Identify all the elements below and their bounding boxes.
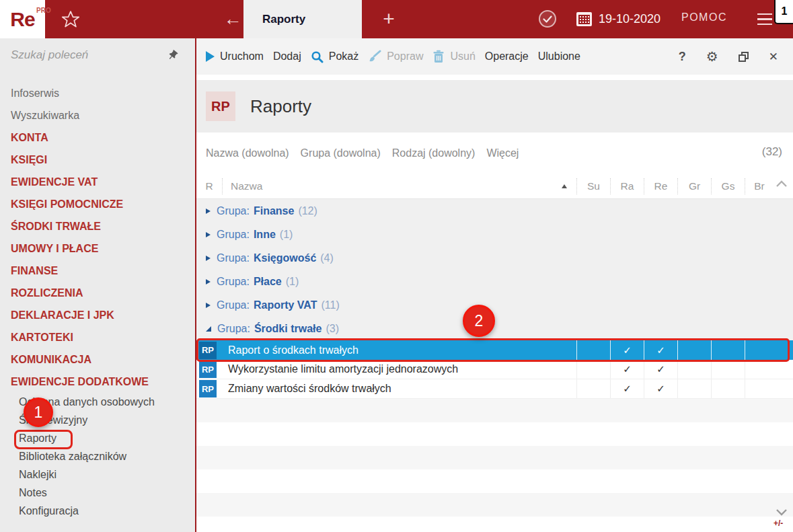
sidebar: Szukaj poleceń Infoserwis Wyszukiwarka K… xyxy=(0,38,195,532)
add-button[interactable]: Dodaj xyxy=(273,50,301,63)
sidebar-item-deklaracje-i-jpk[interactable]: DEKLARACJE I JPK xyxy=(0,304,195,326)
report-name: Raport o środkach trwałych xyxy=(222,344,576,356)
play-icon xyxy=(206,51,215,62)
filter-name[interactable]: Nazwa (dowolna) xyxy=(206,147,289,159)
favorite-star-icon[interactable] xyxy=(61,9,81,30)
table-row[interactable]: RP Zmiany wartości środków trwałych ✓ ✓ xyxy=(196,379,793,399)
logo-text: RePRO xyxy=(10,8,34,31)
edit-label: Popraw xyxy=(387,50,423,63)
app-window: RePRO ← Raporty + 19-10-2020 POMOC 1 Szu… xyxy=(0,0,793,532)
sidebar-item-ewidencje-dodatkowe[interactable]: EWIDENCJE DODATKOWE xyxy=(0,371,195,393)
command-search[interactable]: Szukaj poleceń xyxy=(0,38,195,74)
report-list: Grupa:Finanse(12) Grupa:Inne(1) Grupa:Ks… xyxy=(196,199,793,532)
collapsed-triangle-icon xyxy=(206,256,211,261)
sidebar-item-kartoteki[interactable]: KARTOTEKI xyxy=(0,326,195,348)
group-prefix: Grupa: xyxy=(217,252,250,264)
tab-raporty[interactable]: Raporty xyxy=(243,0,362,38)
edit-button[interactable]: Popraw xyxy=(368,50,423,63)
gear-icon[interactable]: ⚙ xyxy=(706,48,718,65)
table-row[interactable]: RP Wykorzystanie limitu amortyzacji jedn… xyxy=(196,360,793,379)
group-name: Finanse xyxy=(254,205,294,217)
group-row-ksiegowosc[interactable]: Grupa:Księgowość(4) xyxy=(196,246,793,270)
sidebar-item-biblioteka-zalacznikow[interactable]: Biblioteka załączników xyxy=(0,447,195,465)
scroll-down-icon[interactable] xyxy=(775,507,788,517)
sidebar-item-infoserwis[interactable]: Infoserwis xyxy=(0,82,195,104)
close-icon[interactable]: ✕ xyxy=(769,50,778,64)
favorites-button[interactable]: Ulubione xyxy=(538,50,580,63)
run-button[interactable]: Uruchom xyxy=(206,50,264,63)
expand-collapse-all-control[interactable]: +/- xyxy=(773,519,783,528)
show-button[interactable]: Pokaż xyxy=(311,50,358,63)
page-title: Raporty xyxy=(250,96,311,117)
sidebar-item-rozliczenia[interactable]: ROZLICZENIA xyxy=(0,282,195,304)
cell-gs xyxy=(711,379,745,398)
back-arrow-icon[interactable]: ← xyxy=(221,6,245,32)
cell-ra-check: ✓ xyxy=(610,340,644,360)
scroll-up-icon[interactable] xyxy=(775,180,788,189)
sidebar-item-umowy-i-place[interactable]: UMOWY I PŁACE xyxy=(0,237,195,260)
sidebar-item-notes[interactable]: Notes xyxy=(0,484,195,502)
column-header-re[interactable]: Re xyxy=(644,178,677,194)
column-header-gs[interactable]: Gs xyxy=(711,178,745,194)
group-count: (12) xyxy=(298,205,317,217)
sidebar-item-naklejki[interactable]: Naklejki xyxy=(0,465,195,484)
brush-icon xyxy=(368,50,381,63)
help-icon[interactable]: ? xyxy=(679,50,686,64)
table-header: R Nazwa Su Ra Re Gr Gs Br xyxy=(196,174,793,199)
restore-window-icon[interactable] xyxy=(739,52,749,62)
hamburger-menu-icon[interactable] xyxy=(757,13,772,25)
app-logo[interactable]: RePRO xyxy=(0,0,45,38)
sidebar-item-ksiegi[interactable]: KSIĘGI xyxy=(0,149,195,171)
column-header-nazwa-label: Nazwa xyxy=(231,180,262,192)
group-name: Inne xyxy=(254,229,276,241)
calendar-icon[interactable] xyxy=(576,11,593,27)
new-tab-icon[interactable]: + xyxy=(375,5,402,32)
report-name: Zmiany wartości środków trwałych xyxy=(222,383,576,395)
group-row-raporty-vat[interactable]: Grupa:Raporty VAT(11) xyxy=(196,293,793,317)
sidebar-item-ewidencje-vat[interactable]: EWIDENCJE VAT xyxy=(0,171,195,193)
group-prefix: Grupa: xyxy=(217,299,250,311)
pin-icon[interactable] xyxy=(165,49,179,63)
group-prefix: Grupa: xyxy=(217,323,250,335)
sidebar-item-konfiguracja[interactable]: Konfiguracja xyxy=(0,502,195,520)
sidebar-item-konta[interactable]: KONTA xyxy=(0,126,195,149)
cell-su xyxy=(576,340,610,360)
column-header-ra[interactable]: Ra xyxy=(610,178,644,194)
column-header-su[interactable]: Su xyxy=(576,178,610,194)
sidebar-item-ksiegi-pomocnicze[interactable]: KSIĘGI POMOCNICZE xyxy=(0,193,195,215)
filter-group[interactable]: Grupa (dowolna) xyxy=(301,147,381,159)
sidebar-item-komunikacja[interactable]: KOMUNIKACJA xyxy=(0,348,195,371)
group-row-inne[interactable]: Grupa:Inne(1) xyxy=(196,223,793,246)
group-count: (4) xyxy=(320,252,334,264)
panel-header: RP Raporty xyxy=(196,80,793,132)
group-row-finanse[interactable]: Grupa:Finanse(12) xyxy=(196,199,793,223)
cell-br xyxy=(745,360,773,379)
delete-button[interactable]: Usuń xyxy=(432,50,475,63)
main-panel: Uruchom Dodaj Pokaż Popraw Usuń Operacje… xyxy=(196,38,793,532)
sidebar-item-finanse[interactable]: FINANSE xyxy=(0,260,195,282)
current-date[interactable]: 19-10-2020 xyxy=(599,12,660,26)
sidebar-item-srodki-trwale[interactable]: ŚRODKI TRWAŁE xyxy=(0,215,195,237)
column-header-gr[interactable]: Gr xyxy=(677,178,711,194)
column-header-br[interactable]: Br xyxy=(745,178,773,194)
table-row-selected[interactable]: RP Raport o środkach trwałych ✓ ✓ xyxy=(196,340,793,360)
group-prefix: Grupa: xyxy=(217,276,250,288)
cell-re-check: ✓ xyxy=(644,379,677,398)
group-name: Księgowość xyxy=(254,252,316,264)
sidebar-item-raporty[interactable]: Raporty xyxy=(0,429,195,447)
notification-badge[interactable]: 1 xyxy=(774,0,793,24)
cell-gr xyxy=(677,379,711,398)
column-header-nazwa[interactable]: Nazwa xyxy=(222,178,576,194)
filter-more[interactable]: Więcej xyxy=(486,147,519,159)
operations-button[interactable]: Operacje xyxy=(485,50,529,63)
sidebar-item-wyszukiwarka[interactable]: Wyszukiwarka xyxy=(0,104,195,126)
tab-label: Raporty xyxy=(262,13,305,26)
group-row-place[interactable]: Grupa:Płace(1) xyxy=(196,270,793,293)
filter-type[interactable]: Rodzaj (dowolny) xyxy=(392,147,476,159)
cell-ra-check: ✓ xyxy=(610,379,644,398)
help-menu[interactable]: POMOC xyxy=(681,11,727,24)
status-check-icon[interactable] xyxy=(537,9,558,29)
empty-row xyxy=(196,517,793,532)
column-header-r[interactable]: R xyxy=(196,178,222,194)
group-count: (11) xyxy=(321,299,339,311)
